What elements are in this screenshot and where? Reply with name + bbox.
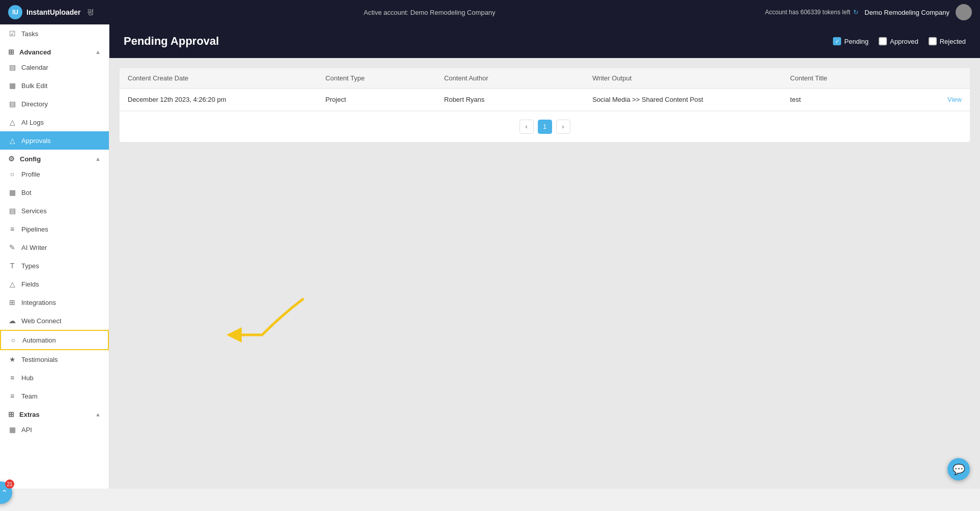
token-info: Account has 606339 tokens left ↻	[765, 9, 858, 16]
fields-icon: △	[8, 280, 16, 288]
topbar-left: IU InstantUploader 평	[8, 5, 94, 19]
scroll-top-badge: 21	[5, 479, 14, 489]
config-section-icon: ⚙	[8, 155, 15, 163]
sidebar-item-hub[interactable]: ≡ Hub	[0, 368, 109, 387]
profile-icon: ○	[8, 170, 16, 178]
col-create-date: Content Create Date	[120, 68, 318, 88]
config-chevron: ▲	[95, 156, 101, 162]
directory-icon: ▤	[8, 100, 16, 108]
sidebar-item-pipelines[interactable]: ≡ Pipelines	[0, 220, 109, 238]
sidebar-item-team[interactable]: ≡ Team	[0, 387, 109, 405]
active-account-label: Active account: Demo Remodeling Company	[364, 9, 496, 16]
cell-content-type: Project	[318, 89, 436, 110]
integrations-icon: ⊞	[8, 298, 16, 306]
table-row: December 12th 2023, 4:26:20 pm Project R…	[120, 89, 970, 111]
table-wrapper: Content Create Date Content Type Content…	[109, 58, 980, 489]
sidebar-item-calendar[interactable]: ▤ Calendar	[0, 58, 109, 76]
cell-content-author: Robert Ryans	[436, 89, 584, 110]
rejected-checkbox[interactable]	[929, 37, 937, 45]
sidebar-section-advanced[interactable]: ⊞ Advanced ▲	[0, 43, 109, 58]
app-name: InstantUploader	[26, 8, 81, 16]
page-1-button[interactable]: 1	[538, 120, 552, 134]
col-actions	[930, 68, 970, 88]
extras-chevron: ▲	[95, 411, 101, 417]
sidebar-item-types[interactable]: T Types	[0, 257, 109, 275]
account-name: Demo Remodeling Company	[864, 9, 949, 16]
col-writer-output: Writer Output	[584, 68, 782, 88]
sidebar-item-services[interactable]: ▤ Services	[0, 202, 109, 220]
topbar-right: Account has 606339 tokens left ↻ Demo Re…	[765, 4, 972, 20]
view-link[interactable]: View	[930, 89, 970, 110]
pin-icon[interactable]: 평	[87, 8, 94, 17]
sidebar-item-automation[interactable]: ○ Automation	[0, 330, 109, 350]
api-icon: ▦	[8, 425, 16, 434]
sidebar-item-profile[interactable]: ○ Profile	[0, 165, 109, 183]
testimonials-icon: ★	[8, 355, 16, 363]
extras-section-icon: ⊞	[8, 410, 14, 418]
advanced-chevron: ▲	[95, 49, 101, 55]
sidebar: ☑ Tasks ⊞ Advanced ▲ ▤ Calendar ▦ Bulk E…	[0, 24, 109, 489]
services-icon: ▤	[8, 207, 16, 215]
sidebar-item-ai-logs[interactable]: △ AI Logs	[0, 113, 109, 131]
sidebar-section-config[interactable]: ⚙ Config ▲	[0, 150, 109, 165]
col-content-author: Content Author	[436, 68, 584, 88]
filter-pending[interactable]: ✓ Pending	[833, 37, 869, 45]
pagination: ‹ 1 ›	[120, 111, 970, 142]
sidebar-section-extras[interactable]: ⊞ Extras ▲	[0, 405, 109, 420]
filter-approved[interactable]: Approved	[879, 37, 918, 45]
sidebar-item-ai-writer[interactable]: ✎ AI Writer	[0, 238, 109, 257]
app-logo: IU	[8, 5, 22, 19]
sidebar-item-testimonials[interactable]: ★ Testimonials	[0, 350, 109, 368]
sidebar-item-tasks[interactable]: ☑ Tasks	[0, 24, 109, 43]
col-content-title: Content Title	[782, 68, 930, 88]
pending-checkbox[interactable]: ✓	[833, 37, 841, 45]
sidebar-item-bot[interactable]: ▦ Bot	[0, 183, 109, 202]
cell-create-date: December 12th 2023, 4:26:20 pm	[120, 89, 318, 110]
layout: ☑ Tasks ⊞ Advanced ▲ ▤ Calendar ▦ Bulk E…	[0, 24, 980, 489]
sidebar-item-directory[interactable]: ▤ Directory	[0, 95, 109, 113]
cell-writer-output: Social Media >> Shared Content Post	[584, 89, 782, 110]
pipelines-icon: ≡	[8, 225, 16, 233]
approved-checkbox[interactable]	[879, 37, 887, 45]
col-content-type: Content Type	[318, 68, 436, 88]
ai-logs-icon: △	[8, 118, 16, 126]
table-header: Content Create Date Content Type Content…	[120, 68, 970, 89]
cell-content-title: test	[782, 89, 930, 110]
approvals-icon: △	[8, 136, 16, 145]
scroll-top-icon: ⌃⌃	[0, 488, 8, 498]
content-header: Pending Approval ✓ Pending Approved Reje…	[109, 24, 980, 58]
sidebar-item-approvals[interactable]: △ Approvals	[0, 131, 109, 150]
ai-writer-icon: ✎	[8, 243, 16, 251]
advanced-section-icon: ⊞	[8, 48, 14, 56]
refresh-icon[interactable]: ↻	[853, 9, 858, 16]
sidebar-item-api[interactable]: ▦ API	[0, 420, 109, 439]
topbar: IU InstantUploader 평 Active account: Dem…	[0, 0, 980, 24]
data-table: Content Create Date Content Type Content…	[120, 68, 970, 142]
sidebar-item-web-connect[interactable]: ☁ Web Connect	[0, 311, 109, 330]
chat-icon: 💬	[953, 463, 965, 475]
next-page-button[interactable]: ›	[556, 120, 570, 134]
tasks-icon: ☑	[8, 30, 16, 38]
prev-page-button[interactable]: ‹	[520, 120, 534, 134]
types-icon: T	[8, 262, 16, 270]
filter-rejected[interactable]: Rejected	[929, 37, 966, 45]
web-connect-icon: ☁	[8, 317, 16, 325]
bot-icon: ▦	[8, 188, 16, 196]
sidebar-item-integrations[interactable]: ⊞ Integrations	[0, 293, 109, 311]
sidebar-item-bulk-edit[interactable]: ▦ Bulk Edit	[0, 76, 109, 95]
sidebar-item-fields[interactable]: △ Fields	[0, 275, 109, 293]
hub-icon: ≡	[8, 374, 16, 382]
page-title: Pending Approval	[124, 35, 219, 48]
team-icon: ≡	[8, 392, 16, 400]
automation-icon: ○	[9, 336, 17, 344]
avatar	[956, 4, 972, 20]
scroll-top-button[interactable]: ⌃⌃ 21	[0, 481, 12, 504]
filter-row: ✓ Pending Approved Rejected	[833, 37, 966, 45]
bulk-edit-icon: ▦	[8, 81, 16, 90]
calendar-icon: ▤	[8, 63, 16, 71]
main-content: Pending Approval ✓ Pending Approved Reje…	[109, 24, 980, 489]
chat-button[interactable]: 💬	[947, 458, 970, 480]
